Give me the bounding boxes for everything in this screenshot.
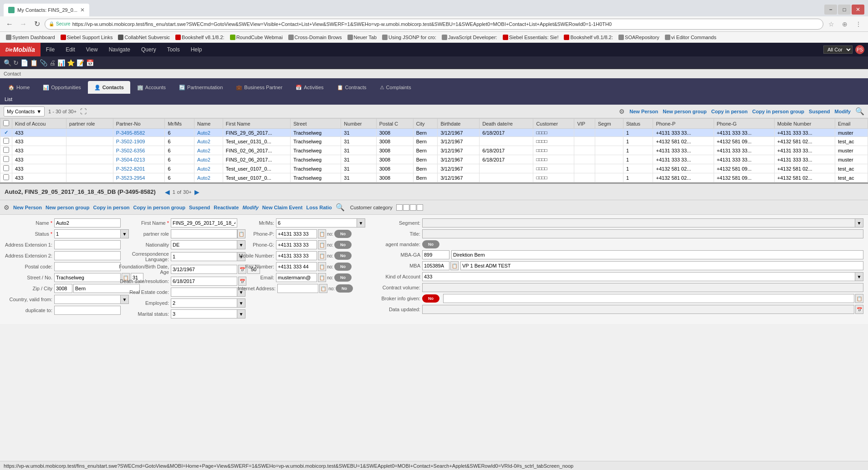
duplicate-input[interactable] xyxy=(54,306,121,315)
name-link[interactable]: Auto2 xyxy=(197,148,210,153)
segment-input[interactable] xyxy=(422,218,855,227)
col-partner-role[interactable]: partner role xyxy=(66,119,113,129)
kind-account-dropdown-btn[interactable]: ▼ xyxy=(855,272,863,281)
tab-home[interactable]: 🏠 Home xyxy=(2,81,36,94)
list-new-person-group-btn[interactable]: New person group xyxy=(663,109,707,114)
row-checkbox[interactable] xyxy=(3,174,9,180)
tab-opportunities[interactable]: 📊 Opportunities xyxy=(36,81,87,94)
bookmark-cross-domain[interactable]: Cross-Domain Brows xyxy=(286,34,344,40)
bookmark-siebel-support[interactable]: Siebel Support Links xyxy=(58,34,115,40)
menu-edit[interactable]: Edit xyxy=(60,43,81,56)
mobile-toggle[interactable]: No xyxy=(334,252,352,260)
detail-loss-ratio-btn[interactable]: Loss Ratio xyxy=(306,205,332,210)
table-row[interactable]: 433 P-3523-2954 6 Auto2 Test_user_0107_0… xyxy=(0,173,868,182)
toolbar-copy-btn[interactable]: 📋 xyxy=(30,59,38,66)
fax-toggle[interactable]: No xyxy=(334,263,352,271)
table-row[interactable]: ✓ 433 P-3495-8582 6 Auto2 FINS_29_05_201… xyxy=(0,129,868,137)
employed-input[interactable] xyxy=(171,298,237,308)
phone-p-input[interactable] xyxy=(276,229,317,238)
name-link[interactable]: Auto2 xyxy=(197,139,210,144)
mobile-pick-btn[interactable]: 📋 xyxy=(318,251,326,260)
detail-nav-prev-btn[interactable]: ◀ xyxy=(164,188,171,196)
phone-p-toggle[interactable]: No xyxy=(334,230,352,238)
col-number[interactable]: Number xyxy=(341,119,376,129)
mobile-input[interactable] xyxy=(276,251,317,260)
name-link[interactable]: Auto2 xyxy=(197,157,210,162)
tab-complaints[interactable]: ⚠ Complaints xyxy=(373,81,418,94)
detail-new-person-group-btn[interactable]: New person group xyxy=(46,205,90,210)
mrms-input[interactable] xyxy=(276,218,357,227)
data-updated-cal-btn[interactable]: 📅 xyxy=(855,305,863,314)
bookmark-siebel-ess[interactable]: Siebel Essentials: Sie! xyxy=(500,34,561,40)
detail-gear-btn[interactable]: ⚙ xyxy=(4,204,10,211)
partner-no-link[interactable]: P-3522-8201 xyxy=(116,166,145,172)
col-city[interactable]: City xyxy=(413,119,438,129)
death-input[interactable] xyxy=(171,277,237,286)
data-updated-input[interactable] xyxy=(422,305,854,314)
list-new-person-btn[interactable]: New Person xyxy=(629,109,658,114)
name-link[interactable]: Auto2 xyxy=(197,175,210,181)
street-input[interactable] xyxy=(54,273,121,282)
mrms-dropdown-btn[interactable]: ▼ xyxy=(357,218,365,227)
bookmark-collabnet[interactable]: CollabNet Subversic xyxy=(116,34,172,40)
table-row[interactable]: 433 P-3502-1909 6 Auto2 Test_user_0131_0… xyxy=(0,137,868,146)
postal-input[interactable] xyxy=(54,262,121,271)
tab-contracts[interactable]: 📋 Contracts xyxy=(331,81,373,94)
nav-back-btn[interactable]: ← xyxy=(4,18,15,30)
email-pick-btn[interactable]: 📋 xyxy=(318,273,326,282)
contract-vol-input[interactable] xyxy=(422,283,863,292)
internet-pick-btn[interactable]: 📋 xyxy=(319,284,327,293)
col-death[interactable]: Death date/re xyxy=(480,119,533,129)
corp-selector[interactable]: All Cor xyxy=(823,45,853,54)
col-phone-g[interactable]: Phone-G xyxy=(714,119,774,129)
internet-input[interactable] xyxy=(277,284,318,293)
close-btn[interactable]: ✕ xyxy=(852,5,864,15)
mba-ga-text-input[interactable] xyxy=(451,250,863,259)
first-name-input[interactable] xyxy=(171,218,237,227)
url-input[interactable] xyxy=(72,21,819,27)
col-kind[interactable]: Kind of Accou xyxy=(12,119,66,129)
bookmark-js-dev[interactable]: JavaScript Developer: xyxy=(439,34,500,40)
menu-view[interactable]: View xyxy=(81,43,103,56)
mba-ga-input[interactable] xyxy=(422,250,449,259)
list-modify-btn[interactable]: Modify xyxy=(835,109,851,114)
col-name[interactable]: Name xyxy=(194,119,223,129)
tab-close-btn[interactable]: ✕ xyxy=(80,7,85,13)
corr-lang-input[interactable] xyxy=(171,252,237,261)
fax-pick-btn[interactable]: 📋 xyxy=(318,262,326,271)
col-status[interactable]: Status xyxy=(623,119,653,129)
nav-refresh-btn[interactable]: ↻ xyxy=(31,18,43,30)
name-link[interactable]: Auto2 xyxy=(197,166,210,172)
col-phone-p[interactable]: Phone-P xyxy=(653,119,714,129)
title-input[interactable] xyxy=(422,229,863,238)
toolbar-refresh-btn[interactable]: ↻ xyxy=(13,59,19,66)
toolbar-print-btn[interactable]: 🖨 xyxy=(49,59,56,66)
list-copy-in-person-group-btn[interactable]: Copy in person group xyxy=(752,109,804,114)
minimize-btn[interactable]: − xyxy=(824,5,837,15)
toolbar-star-btn[interactable]: ⭐ xyxy=(67,59,75,66)
mba-input[interactable] xyxy=(422,261,449,270)
detail-modify-btn[interactable]: Modify xyxy=(242,205,258,210)
partner-no-link[interactable]: P-3502-6356 xyxy=(116,148,145,153)
toolbar-chart-btn[interactable]: 📊 xyxy=(57,59,65,66)
internet-toggle[interactable]: No xyxy=(336,284,353,293)
col-birthdate[interactable]: Birthdate xyxy=(438,119,480,129)
zip-input[interactable] xyxy=(54,284,72,293)
toolbar-new-btn[interactable]: 📄 xyxy=(20,59,28,66)
table-row[interactable]: 433 P-3504-0213 6 Auto2 FINS_02_06_2017.… xyxy=(0,155,868,164)
phone-g-toggle[interactable]: No xyxy=(334,241,352,249)
phone-g-pick-btn[interactable]: 📋 xyxy=(318,240,326,249)
col-mobile[interactable]: Mobile Number xyxy=(774,119,835,129)
tab-partnermutation[interactable]: 🔄 Partnermutation xyxy=(173,81,229,94)
mba-pick-btn[interactable]: 📋 xyxy=(450,261,459,270)
nav-forward-btn[interactable]: → xyxy=(17,18,29,30)
email-toggle[interactable]: No xyxy=(334,273,352,282)
name-input[interactable] xyxy=(54,218,121,227)
restore-btn[interactable]: □ xyxy=(838,5,851,15)
broker-toggle[interactable]: No xyxy=(422,294,439,303)
detail-copy-in-person-btn[interactable]: Copy in person xyxy=(93,205,130,210)
row-checkbox[interactable] xyxy=(3,165,9,171)
partner-no-link[interactable]: P-3502-1909 xyxy=(116,139,145,144)
name-link[interactable]: Auto2 xyxy=(197,130,210,136)
country-input[interactable] xyxy=(54,295,121,304)
